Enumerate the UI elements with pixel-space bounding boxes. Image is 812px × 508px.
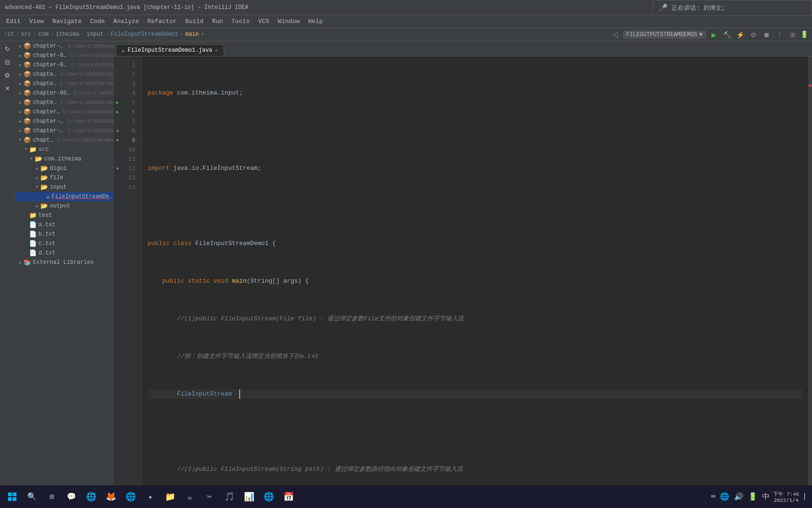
breadcrumb-main[interactable]: main — [186, 31, 199, 38]
taskbar-show-desktop[interactable]: | — [801, 492, 808, 501]
taskbar-app5[interactable]: ✦ — [142, 488, 159, 505]
tab-bar: ☕ FileInputStreamDemo1.java ✕ — [114, 41, 812, 56]
sidebar-item-external-libraries[interactable]: ▶ 📚 External Libraries — [15, 258, 113, 267]
taskbar-calendar[interactable]: 📅 — [280, 488, 297, 505]
taskbar-excel[interactable]: 📊 — [241, 488, 258, 505]
taskbar-firefox[interactable]: 🦊 — [102, 488, 119, 505]
menu-help[interactable]: Help — [304, 16, 327, 26]
start-button[interactable] — [4, 488, 21, 505]
taskbar-explorer[interactable]: 📁 — [162, 488, 179, 505]
sidebar-item-output[interactable]: ▶ 📂 output — [15, 201, 113, 211]
module-icon: 📦 — [23, 89, 31, 97]
taskbar-edge[interactable]: 🌐 — [83, 488, 100, 505]
sidebar-item-test[interactable]: 📁 test — [15, 211, 113, 220]
sidebar-panel: ▶ 📦 chapter-01-inherit C:\Users\SHINIAN … — [15, 41, 114, 508]
run-button[interactable]: ▶ — [708, 29, 719, 40]
sidebar-item-chapter09[interactable]: ▶ 📦 chapter-09-thread C:\Users\SHINIAN — [15, 117, 113, 126]
sidebar-item-file[interactable]: ▶ 📂 file — [15, 173, 113, 183]
sidebar-item-d-txt[interactable]: 📄 d.txt — [15, 248, 113, 258]
breadcrumb-com[interactable]: com — [39, 31, 49, 38]
taskbar-battery-icon[interactable]: 🔋 — [747, 492, 759, 501]
sidebar-item-chapter11[interactable]: ▼ 📦 chapter-11-io C:\Users\SHINIAN\dea — [15, 135, 113, 145]
code-line-6: public static void main(String[] args) { — [148, 277, 803, 286]
editor-tab-fileinputstreamdemo1[interactable]: ☕ FileInputStreamDemo1.java ✕ — [116, 44, 224, 56]
taskbar-keyboard-icon[interactable]: ⌨ — [710, 492, 717, 501]
sidebar-item-c-txt[interactable]: 📄 c.txt — [15, 239, 113, 248]
menu-run[interactable]: Run — [208, 16, 226, 26]
layout-button[interactable]: ⊞ — [787, 29, 798, 40]
breadcrumb-src[interactable]: src — [21, 31, 31, 38]
breadcrumb-input[interactable]: input — [86, 31, 103, 38]
taskbar-music[interactable]: 🎵 — [221, 488, 238, 505]
sidebar-item-a-txt[interactable]: 📄 a.txt — [15, 220, 113, 230]
settings-gear-button[interactable]: ⚙ — [748, 29, 759, 40]
menu-analyze[interactable]: Analyze — [109, 16, 143, 26]
menu-build[interactable]: Build — [181, 16, 207, 26]
taskbar-volume-icon[interactable]: 🔊 — [733, 492, 745, 501]
test-folder-icon: 📁 — [29, 212, 37, 219]
taskbar-scissors[interactable]: ✂ — [201, 488, 218, 505]
run-gutter-line6[interactable]: ▶ — [114, 109, 121, 115]
sidebar-item-b-txt[interactable]: 📄 b.txt — [15, 230, 113, 239]
code-line-11: //(2)public FileInputStream(String path)… — [148, 465, 803, 474]
settings-sidebar-button[interactable]: ⚙ — [2, 70, 13, 81]
sidebar-item-chapter05[interactable]: ▶ 📦 chapter-05-api C:\Users\SHINIAN\de — [15, 79, 113, 88]
breadcrumb-project[interactable]: :it — [4, 31, 14, 38]
coverage-button[interactable]: ⚡ — [734, 29, 746, 40]
menu-view[interactable]: View — [25, 16, 47, 26]
tab-close-button[interactable]: ✕ — [215, 48, 218, 53]
breadcrumb: :it › src › com › itheima › input › File… — [0, 28, 609, 41]
breadcrumb-file[interactable]: FileInputStreamDemo1 — [110, 31, 178, 38]
breadcrumb-itheima[interactable]: itheima — [55, 31, 79, 38]
taskbar-chrome[interactable]: 🌐 — [122, 488, 139, 505]
sidebar-item-chapter01[interactable]: ▶ 📦 chapter-01-inherit C:\Users\SHINIAN — [15, 41, 113, 51]
run-config-selector[interactable]: FILEOUTPUTSTREAMDEMO5 ▼ — [623, 31, 706, 39]
menu-window[interactable]: Window — [274, 16, 304, 26]
package-folder-icon: 📂 — [40, 202, 48, 210]
taskbar-net[interactable]: 🌐 — [260, 488, 277, 505]
menu-navigate[interactable]: Navigate — [48, 16, 85, 26]
code-editor[interactable]: package com.itheima.input; import java.i… — [142, 56, 808, 508]
more-actions-button[interactable]: ⋮ — [774, 29, 785, 40]
code-line-9: FileInputStream — [148, 389, 803, 399]
taskbar-input-icon[interactable]: 中 — [761, 492, 771, 502]
sidebar-item-digui[interactable]: ▶ 📂 digui — [15, 164, 113, 173]
sidebar-item-chapter04[interactable]: ▶ 📦 chapter-04-api C:\Users\SHINIAN\de — [15, 70, 113, 79]
sidebar-item-chapter10[interactable]: ▶ 📦 chapter-10-thread C:\Users\SHINIAN — [15, 126, 113, 135]
prev-nav-button[interactable]: ◁ — [609, 29, 621, 40]
code-line-5: public class FileInputStreamDemo1 { — [148, 239, 803, 248]
sidebar-item-chapter06[interactable]: ▶ 📦 chapter-06-collection C:\Users\SHINI — [15, 88, 113, 98]
sidebar-item-com-itheima[interactable]: ▼ 📂 com.itheima — [15, 154, 113, 164]
taskview-button[interactable]: ⊞ — [43, 488, 60, 505]
package-folder-icon: 📂 — [40, 174, 48, 182]
taskbar-network-icon[interactable]: 🌐 — [718, 492, 731, 501]
menu-refactor[interactable]: Refactor — [144, 16, 180, 26]
sync-button[interactable]: ↻ — [2, 43, 13, 55]
menu-code[interactable]: Code — [86, 16, 109, 26]
sidebar-item-input[interactable]: ▼ 📂 input — [15, 183, 113, 192]
search-taskbar-button[interactable]: 🔍 — [23, 488, 40, 505]
menu-vcs[interactable]: VCS — [255, 16, 273, 26]
sidebar-item-chapter02[interactable]: ▶ 📦 chapter-02-interface C:\Users\SHINIA — [15, 51, 113, 60]
menu-edit[interactable]: Edit — [2, 16, 24, 26]
title-bar-text: advanced-402 – FileInputStreamDemo1.java… — [5, 4, 248, 11]
tab-java-icon: ☕ — [122, 48, 125, 54]
close-sidebar-button[interactable]: ✕ — [2, 83, 13, 94]
module-icon: 📦 — [23, 42, 31, 50]
sidebar-item-chapter08[interactable]: ▶ 📦 chapter-08-map C:\Users\SHINIAN\d — [15, 107, 113, 117]
menu-tools[interactable]: Tools — [228, 16, 254, 26]
library-icon: 📚 — [23, 259, 31, 266]
stop-button[interactable]: ⏹ — [761, 29, 772, 40]
build-button[interactable]: 🔨 — [721, 29, 733, 40]
text-file-icon: 📄 — [29, 240, 37, 247]
sidebar-item-chapter07[interactable]: ▶ 📦 chapter-07-set C:\Users\SHINIAN\de — [15, 98, 113, 107]
run-gutter-line5[interactable]: ▶ — [114, 100, 121, 105]
editor-content[interactable]: 1 2 3 4 ▶ — [114, 56, 812, 508]
package-folder-icon: 📂 — [40, 183, 48, 191]
collapse-button[interactable]: ⊟ — [2, 56, 13, 68]
taskbar-java[interactable]: ☕ — [181, 488, 198, 505]
chat-button[interactable]: 💬 — [63, 488, 80, 505]
sidebar-item-fileinputstreamdemo1[interactable]: ☕ FileInputStreamDemo1 — [15, 192, 113, 201]
sidebar-item-chapter03[interactable]: ▶ 📦 chapter-03-innerclass C:\Users\SHINI… — [15, 60, 113, 70]
sidebar-item-src[interactable]: ▼ 📁 src — [15, 145, 113, 154]
